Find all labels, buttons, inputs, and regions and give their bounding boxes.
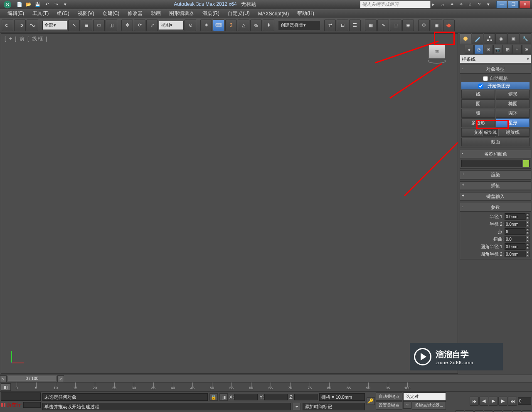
sub-lights[interactable]: ☀	[484, 45, 493, 54]
new-icon[interactable]: 📄	[15, 1, 24, 8]
btn-ellipse[interactable]: 椭圆	[496, 99, 530, 108]
object-name-input[interactable]	[461, 160, 522, 167]
add-time-tag[interactable]: 添加时间标记	[303, 403, 365, 410]
lock-selection-icon[interactable]: 🔒	[209, 393, 218, 401]
key-mode-icon[interactable]: ~	[403, 401, 411, 409]
prev-frame-icon[interactable]: ◀	[479, 397, 488, 406]
timeslider-next[interactable]: >	[57, 375, 64, 382]
maximize-button[interactable]: ❐	[508, 1, 519, 8]
snap-toggle-icon[interactable]: 3	[225, 20, 237, 31]
menu-rendering[interactable]: 渲染(R)	[198, 9, 224, 18]
tab-modify[interactable]	[472, 33, 483, 44]
btn-circle[interactable]: 圆	[461, 99, 495, 108]
select-region-rect-icon[interactable]: ▭	[93, 20, 105, 31]
search-go-icon[interactable]: ▸	[432, 2, 435, 7]
radius2-down[interactable]: ▾	[525, 224, 530, 227]
search-input[interactable]: 键入关键字或短语	[360, 1, 431, 8]
rollout-render[interactable]: +渲染	[460, 171, 531, 179]
exchange-icon[interactable]: ✦	[448, 1, 456, 8]
menu-animation[interactable]: 动画	[147, 9, 165, 18]
sub-geometry[interactable]: ●	[465, 45, 474, 54]
fillet2-up[interactable]: ▴	[525, 251, 530, 254]
viewport-front[interactable]: [ + ] 前 [ 线框 ] 前	[1, 33, 458, 374]
save-icon[interactable]: 💾	[33, 1, 42, 8]
time-config-icon[interactable]: ⧗	[455, 410, 464, 412]
viewport-nav-pan-icon[interactable]: ✋	[503, 410, 512, 412]
btn-arc[interactable]: 弧	[461, 109, 495, 118]
rollout-parameters[interactable]: -参数	[460, 203, 531, 212]
commcenter-icon[interactable]: 🔑	[367, 397, 375, 405]
scale-icon[interactable]: ⤢	[146, 20, 158, 31]
key-filters-button[interactable]: 关键点过滤器...	[412, 401, 446, 410]
menu-create[interactable]: 创建(C)	[99, 9, 124, 18]
open-icon[interactable]: 📂	[24, 1, 33, 8]
distortion-input[interactable]	[505, 236, 525, 242]
tab-create[interactable]	[460, 33, 471, 44]
goto-start-icon[interactable]: ⏮	[470, 397, 479, 406]
angle-snap-icon[interactable]: △	[238, 20, 249, 31]
menu-grapheditors[interactable]: 图形编辑器	[165, 9, 198, 18]
graphite-ribbon-icon[interactable]: ▦	[365, 20, 377, 31]
trackbar-ruler[interactable]: 0510152025303540455055606570758085909510…	[17, 382, 407, 391]
sub-cameras[interactable]: 📷	[493, 45, 502, 54]
manipulate-icon[interactable]: ✶	[200, 20, 212, 31]
radius1-down[interactable]: ▾	[525, 217, 530, 220]
sub-helpers[interactable]: ⊞	[503, 45, 512, 54]
spinner-snap-icon[interactable]: ⬍	[263, 20, 274, 31]
render-setup-icon[interactable]: ⚙	[418, 20, 430, 31]
subscription-icon[interactable]: ✧	[457, 1, 465, 8]
object-color-swatch[interactable]	[523, 160, 530, 167]
menu-edit[interactable]: 编辑(E)	[3, 9, 28, 18]
category-dropdown[interactable]: 样条线	[460, 55, 531, 63]
schematic-view-icon[interactable]: ⬚	[390, 20, 401, 31]
tab-motion[interactable]: ◉	[495, 33, 507, 44]
sub-shapes[interactable]: ◔	[474, 45, 483, 54]
favorites-icon[interactable]: ☆	[466, 1, 474, 8]
coord-y-input[interactable]	[264, 394, 288, 400]
btn-section[interactable]: 截面	[461, 138, 530, 146]
radius1-input[interactable]	[505, 213, 525, 220]
keyboard-shortcut-icon[interactable]: ⌨	[213, 20, 224, 31]
start-new-shape-toggle[interactable]: 开始新图形	[461, 82, 530, 89]
auto-key-button[interactable]: 自动关键点	[376, 392, 402, 401]
qat-dropdown-icon[interactable]: ▾	[61, 1, 70, 8]
viewport-nav-zoom-icon[interactable]: 🔍	[465, 410, 474, 412]
radius1-up[interactable]: ▴	[525, 213, 530, 217]
timeslider-range[interactable]: 0 / 100	[7, 376, 57, 381]
points-down[interactable]: ▾	[525, 232, 530, 235]
redo-icon[interactable]: ↷	[52, 1, 61, 8]
viewport-nav-zoomall-icon[interactable]: ⊞	[474, 410, 483, 412]
menu-views[interactable]: 视图(V)	[74, 9, 99, 18]
use-pivot-icon[interactable]: ⊙	[185, 20, 196, 31]
viewcube[interactable]: 前	[424, 41, 449, 66]
play-icon[interactable]: ▶	[489, 397, 498, 406]
rollout-object-type[interactable]: -对象类型	[460, 65, 531, 74]
fillet1-down[interactable]: ▾	[525, 247, 530, 250]
tab-display[interactable]: ▣	[507, 33, 519, 44]
points-input[interactable]	[505, 228, 525, 235]
distortion-up[interactable]: ▴	[525, 236, 530, 239]
radius2-input[interactable]	[505, 221, 525, 227]
app-menu-icon[interactable]: S	[2, 0, 13, 9]
viewport-nav-zoomextents-icon[interactable]: ⊡	[484, 410, 493, 412]
btn-star[interactable]: 星形	[496, 118, 530, 127]
radius2-up[interactable]: ▴	[525, 221, 530, 224]
align-icon[interactable]: ⊟	[337, 20, 348, 31]
menu-help[interactable]: 帮助(H)	[293, 9, 318, 18]
close-button[interactable]: ✕	[520, 1, 530, 8]
comm-center-icon[interactable]: ⌂	[439, 1, 446, 8]
trackbar-toggle-icon[interactable]: ◧	[1, 383, 11, 391]
menu-modifiers[interactable]: 修改器	[123, 9, 147, 18]
btn-line[interactable]: 线	[461, 90, 495, 99]
rollout-name-color[interactable]: -名称和颜色	[460, 150, 531, 158]
rendered-frame-icon[interactable]: ▣	[431, 20, 442, 31]
percent-snap-icon[interactable]: %	[250, 20, 262, 31]
current-frame-input[interactable]	[518, 397, 531, 405]
minilistener-input[interactable]	[23, 402, 41, 408]
time-tag-icon[interactable]: ⏷	[293, 403, 301, 410]
bind-spacewarp-icon[interactable]	[27, 20, 38, 31]
isolation-icon[interactable]: ◨	[219, 393, 228, 401]
coord-x-input[interactable]	[234, 394, 258, 400]
set-key-button[interactable]: 设置关键点	[376, 401, 402, 410]
sub-spacewarps[interactable]: ≈	[512, 45, 522, 54]
